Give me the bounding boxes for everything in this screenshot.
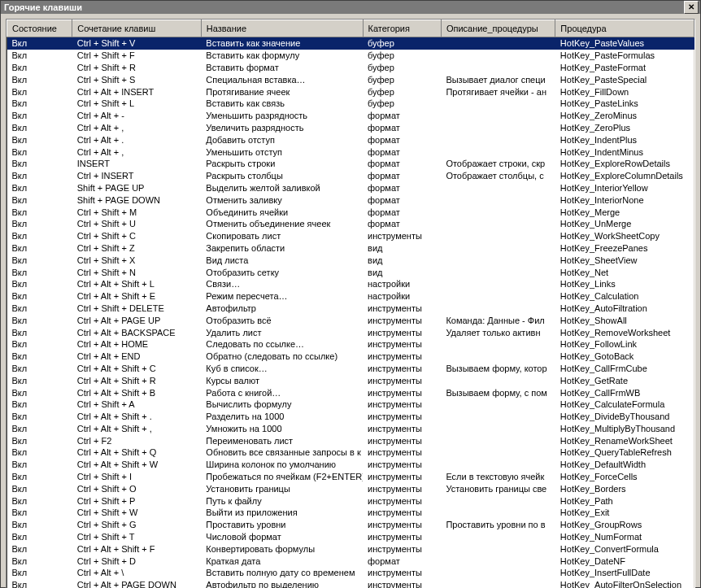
cell-combo: Ctrl + Alt + Shift + , [72,423,202,435]
cell-state: Вкл [7,374,72,386]
cell-proc: HotKey_PasteFormulas [555,50,694,62]
column-header[interactable]: Категория [363,20,441,37]
cell-cat: инструменты [363,303,441,315]
table-row[interactable]: ВклCtrl + Shift + NОтобразить сеткувидHo… [7,266,694,278]
table-row[interactable]: ВклCtrl + Alt + Shift + ,Умножить на 100… [7,423,694,435]
cell-proc: HotKey_AutoFiltration [555,303,694,315]
table-row[interactable]: ВклShift + PAGE UPВыделить желтой заливк… [7,182,694,194]
cell-combo: Ctrl + Alt + END [72,351,202,363]
cell-name: Добавить отступ [201,133,363,146]
table-row[interactable]: ВклCtrl + Alt + ENDОбратно (следовать по… [7,351,694,363]
table-row[interactable]: ВклCtrl + Alt + BACKSPACEУдалить листинс… [7,326,694,338]
cell-combo: Ctrl + Shift + I [72,471,202,483]
cell-proc: HotKey_ZeroPlus [555,122,694,134]
table-row[interactable]: ВклINSERTРаскрыть строкиформатОтображает… [7,158,694,170]
cell-proc: HotKey_IndentMinus [555,146,694,158]
cell-name: Увеличить разрядность [201,122,363,134]
table-row[interactable]: ВклCtrl + INSERTРаскрыть столбцыформатОт… [7,170,694,182]
table-row[interactable]: ВклCtrl + Shift + DКраткая датаформатHot… [7,555,694,567]
table-row[interactable]: ВклCtrl + Alt + Shift + FКонвертировать … [7,542,694,555]
close-icon[interactable]: ✕ [684,1,699,14]
cell-combo: Ctrl + Shift + N [72,266,202,278]
table-row[interactable]: ВклCtrl + Shift + UОтменить объединение … [7,218,694,230]
cell-name: Разделить на 1000 [201,411,363,423]
cell-name: Проставить уровни [201,519,363,531]
cell-state: Вкл [7,434,72,446]
cell-state: Вкл [7,62,72,74]
cell-state: Вкл [7,110,72,122]
cell-state: Вкл [7,494,72,507]
cell-name: Выйти из приложения [201,507,363,519]
cell-proc: HotKey_Path [555,494,694,507]
cell-combo: Ctrl + Shift + DELETE [72,303,202,315]
cell-combo: Ctrl + Alt + , [72,146,202,158]
cell-cat: инструменты [363,434,441,446]
cell-proc: HotKey_PasteValues [555,37,694,50]
table-row[interactable]: ВклCtrl + Shift + GПроставить уровниинст… [7,519,694,531]
cell-combo: Ctrl + Shift + V [72,37,202,50]
table-row[interactable]: ВклCtrl + Shift + RВставить форматбуферH… [7,62,694,74]
cell-state: Вкл [7,50,72,62]
table-row[interactable]: ВклCtrl + Shift + CСкопировать листинстр… [7,230,694,242]
table-row[interactable]: ВклCtrl + F2Переименовать листинструмент… [7,434,694,446]
cell-state: Вкл [7,555,72,567]
table-row[interactable]: ВклCtrl + Shift + SСпециальная вставка…б… [7,73,694,85]
table-row[interactable]: ВклCtrl + Shift + LВставить как связьбуф… [7,98,694,110]
table-row[interactable]: ВклCtrl + Alt + Shift + LСвязи…настройки… [7,278,694,290]
titlebar[interactable]: Горячие клавиши ✕ [1,1,700,14]
table-row[interactable]: ВклCtrl + Alt + INSERTПротягивание ячеек… [7,85,694,98]
cell-proc: HotKey_QueryTableRefresh [555,446,694,459]
table-row[interactable]: ВклCtrl + Alt + ,Увеличить разрядностьфо… [7,122,694,134]
hotkeys-grid[interactable]: СостояниеСочетание клавишНазваниеКатегор… [7,20,694,588]
cell-combo: Ctrl + Alt + Shift + R [72,374,202,386]
cell-desc: Отображает строки, скр [441,158,555,170]
cell-cat: инструменты [363,507,441,519]
table-row[interactable]: ВклCtrl + Shift + FВставить как формулуб… [7,50,694,62]
table-row[interactable]: ВклCtrl + Shift + WВыйти из приложенияин… [7,507,694,519]
table-row[interactable]: ВклCtrl + Shift + VВставить как значение… [7,37,694,50]
table-row[interactable]: ВклCtrl + Shift + TЧисловой форматинстру… [7,531,694,543]
cell-combo: Ctrl + Alt + \ [72,567,202,579]
table-row[interactable]: ВклCtrl + Shift + OУстановить границыинс… [7,482,694,494]
cell-name: Переименовать лист [201,434,363,446]
cell-combo: Ctrl + Shift + M [72,206,202,218]
table-row[interactable]: ВклCtrl + Alt + ,Уменьшить отступформатH… [7,146,694,158]
cell-combo: Shift + PAGE DOWN [72,194,202,206]
cell-state: Вкл [7,446,72,459]
table-row[interactable]: ВклCtrl + Alt + Shift + .Разделить на 10… [7,411,694,423]
table-row[interactable]: ВклCtrl + Alt + -Уменьшить разрядностьфо… [7,110,694,122]
cell-proc: HotKey_WorkSheetCopy [555,230,694,242]
table-row[interactable]: ВклCtrl + Alt + HOMEСледовать по ссылке…… [7,338,694,351]
table-row[interactable]: ВклCtrl + Alt + Shift + WШирина колонок … [7,459,694,471]
column-header[interactable]: Описание_процедуры [441,20,555,37]
table-row[interactable]: ВклCtrl + Shift + AВычислить формулуинст… [7,399,694,411]
cell-desc [441,507,555,519]
table-row[interactable]: ВклCtrl + Alt + Shift + RКурсы валютинст… [7,374,694,386]
table-row[interactable]: ВклCtrl + Shift + XВид листавидHotKey_Sh… [7,254,694,266]
table-row[interactable]: ВклCtrl + Alt + Shift + QОбновить все св… [7,446,694,459]
table-row[interactable]: ВклCtrl + Alt + Shift + BРабота с книгой… [7,386,694,399]
table-row[interactable]: ВклCtrl + Alt + Shift + EРежим пересчета… [7,290,694,303]
cell-desc [441,62,555,74]
cell-state: Вкл [7,182,72,194]
table-row[interactable]: ВклCtrl + Alt + PAGE DOWNАвтофильтр по в… [7,579,694,588]
table-row[interactable]: ВклCtrl + Shift + MОбъединить ячейкиформ… [7,206,694,218]
column-header[interactable]: Состояние [7,20,72,37]
table-row[interactable]: ВклCtrl + Alt + .Добавить отступформатHo… [7,133,694,146]
column-header[interactable]: Процедура [555,20,694,37]
table-row[interactable]: ВклCtrl + Alt + PAGE UPОтобразить всёинс… [7,314,694,326]
table-row[interactable]: ВклCtrl + Shift + DELETEАвтофильтринстру… [7,303,694,315]
column-header[interactable]: Название [201,20,363,37]
cell-proc: HotKey_MultiplyByThousand [555,423,694,435]
table-row[interactable]: ВклCtrl + Shift + ZЗакрепить областивидH… [7,242,694,255]
table-row[interactable]: ВклCtrl + Shift + IПробежаться по ячейка… [7,471,694,483]
table-row[interactable]: ВклShift + PAGE DOWNОтменить заливкуформ… [7,194,694,206]
cell-proc: HotKey_ZeroMinus [555,110,694,122]
cell-name: Режим пересчета… [201,290,363,303]
cell-combo: Ctrl + Alt + - [72,110,202,122]
cell-desc [441,351,555,363]
table-row[interactable]: ВклCtrl + Alt + \Вставить полную дату со… [7,567,694,579]
column-header[interactable]: Сочетание клавиш [72,20,202,37]
table-row[interactable]: ВклCtrl + Shift + PПуть к файлуинструмен… [7,494,694,507]
table-row[interactable]: ВклCtrl + Alt + Shift + CКуб в список…ин… [7,363,694,375]
